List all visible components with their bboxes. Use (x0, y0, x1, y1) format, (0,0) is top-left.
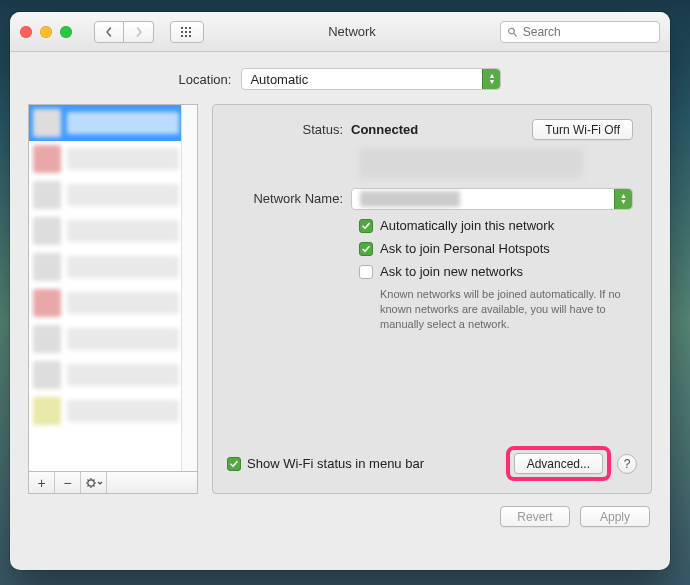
service-item[interactable] (29, 141, 197, 177)
location-row: Location: Automatic ▲▼ (10, 52, 670, 104)
service-item[interactable] (29, 249, 197, 285)
show-menu-bar-checkbox[interactable] (227, 457, 241, 471)
titlebar: Network (10, 12, 670, 52)
advanced-button[interactable]: Advanced... (514, 453, 603, 474)
show-menu-bar-label: Show Wi-Fi status in menu bar (247, 456, 424, 471)
ask-new-networks-label: Ask to join new networks (380, 264, 523, 279)
remove-service-button[interactable]: − (55, 472, 81, 493)
window-controls (20, 26, 72, 38)
service-item[interactable] (29, 177, 197, 213)
nav-forward-button[interactable] (124, 21, 154, 43)
close-window-button[interactable] (20, 26, 32, 38)
nav-back-forward (94, 21, 154, 43)
minimize-window-button[interactable] (40, 26, 52, 38)
revert-button[interactable]: Revert (500, 506, 570, 527)
services-toolbar: + − (28, 472, 198, 494)
svg-rect-2 (189, 27, 191, 29)
svg-point-11 (87, 479, 93, 485)
ask-new-networks-checkbox[interactable] (359, 265, 373, 279)
personal-hotspots-label: Ask to join Personal Hotspots (380, 241, 550, 256)
wifi-toggle-button[interactable]: Turn Wi-Fi Off (532, 119, 633, 140)
svg-rect-0 (181, 27, 183, 29)
gear-dropdown-icon (85, 477, 103, 489)
chevron-left-icon (103, 26, 115, 38)
services-list[interactable] (28, 104, 198, 472)
svg-line-10 (514, 33, 517, 36)
window-buttons: Revert Apply (10, 506, 670, 541)
personal-hotspots-checkbox[interactable] (359, 242, 373, 256)
network-name-value (360, 191, 460, 207)
auto-join-checkbox[interactable] (359, 219, 373, 233)
auto-join-label: Automatically join this network (380, 218, 554, 233)
svg-rect-3 (181, 31, 183, 33)
select-arrows-icon: ▲▼ (482, 69, 500, 89)
grid-icon (180, 26, 194, 38)
status-label: Status: (231, 119, 351, 137)
svg-line-18 (93, 479, 94, 480)
service-actions-button[interactable] (81, 472, 107, 493)
service-item[interactable] (29, 357, 197, 393)
svg-rect-6 (181, 35, 183, 37)
service-details: Status: Connected Turn Wi-Fi Off Network… (212, 104, 652, 494)
service-item[interactable] (29, 393, 197, 429)
network-name-select[interactable]: ▲▼ (351, 188, 633, 210)
nav-back-button[interactable] (94, 21, 124, 43)
svg-line-17 (93, 485, 94, 486)
location-label: Location: (179, 72, 232, 87)
svg-line-19 (87, 485, 88, 486)
zoom-window-button[interactable] (60, 26, 72, 38)
svg-rect-1 (185, 27, 187, 29)
service-item[interactable] (29, 105, 197, 141)
show-all-prefs-button[interactable] (170, 21, 204, 43)
location-value: Automatic (250, 72, 308, 87)
service-item[interactable] (29, 321, 197, 357)
advanced-highlight: Advanced... (506, 446, 611, 481)
network-preferences-window: Network Location: Automatic ▲▼ (10, 12, 670, 570)
add-service-button[interactable]: + (29, 472, 55, 493)
ask-new-networks-note: Known networks will be joined automatica… (380, 287, 623, 332)
network-name-label: Network Name: (231, 188, 351, 206)
svg-rect-8 (189, 35, 191, 37)
service-item[interactable] (29, 285, 197, 321)
window-title: Network (212, 24, 492, 39)
svg-rect-5 (189, 31, 191, 33)
scrollbar[interactable] (181, 105, 197, 471)
chevron-right-icon (133, 26, 145, 38)
select-arrows-icon: ▲▼ (614, 189, 632, 209)
search-input[interactable] (523, 25, 653, 39)
check-icon (361, 244, 371, 254)
apply-button[interactable]: Apply (580, 506, 650, 527)
svg-rect-7 (185, 35, 187, 37)
svg-line-16 (87, 479, 88, 480)
status-detail-text (359, 148, 583, 178)
search-field[interactable] (500, 21, 660, 43)
services-sidebar: + − (28, 104, 198, 494)
service-item[interactable] (29, 213, 197, 249)
svg-rect-4 (185, 31, 187, 33)
status-value: Connected (351, 122, 418, 137)
check-icon (361, 221, 371, 231)
check-icon (229, 459, 239, 469)
help-button[interactable]: ? (617, 454, 637, 474)
search-icon (507, 26, 518, 38)
location-select[interactable]: Automatic ▲▼ (241, 68, 501, 90)
